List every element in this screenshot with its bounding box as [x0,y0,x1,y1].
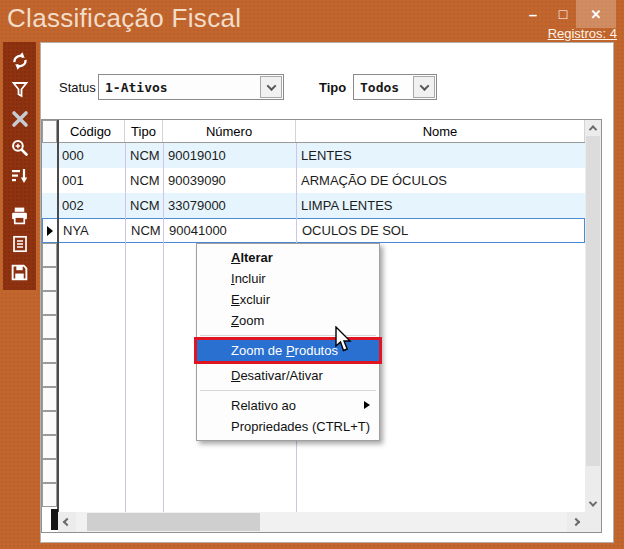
report-button[interactable] [7,233,33,256]
report-icon [11,235,29,253]
titlebar: Classificação Fiscal – □ ✕ Registros: 4 [0,0,624,42]
print-button[interactable] [7,204,33,227]
cell-nome[interactable]: OCULOS DE SOL [297,219,586,242]
chevron-down-icon [589,498,597,506]
menu-item-zoom[interactable]: Zoom [197,310,379,331]
cell-codigo[interactable]: 002 [57,193,125,218]
chevron-down-icon [266,81,276,91]
menu-separator [200,335,376,336]
tipo-combobox-dropdown-button[interactable] [413,76,435,98]
chevron-left-icon [63,518,71,526]
cell-numero[interactable]: 90041000 [164,219,297,242]
zoom-button[interactable] [7,136,33,159]
menu-item-propriedades-ctrl-t[interactable]: Propriedades (CTRL+T) [197,416,379,437]
refresh-button[interactable] [7,50,33,73]
horizontal-scrollbar-thumb[interactable] [87,513,260,531]
cell-nome[interactable]: ARMAÇÃO DE ÓCULOS [296,168,585,193]
app-window: Classificação Fiscal – □ ✕ Registros: 4 … [0,0,624,549]
status-combobox[interactable]: 1-Ativos [98,74,284,100]
empty-row-selector-cell [42,459,57,483]
column-header-código[interactable]: Código [57,120,125,142]
sort-icon [11,167,29,185]
cell-numero[interactable]: 90039090 [163,168,296,193]
selector-header-cell [42,120,57,143]
chevron-down-icon [419,81,429,91]
status-combobox-dropdown-button[interactable] [260,76,282,98]
save-button[interactable] [7,261,33,284]
table-row[interactable]: 001NCM90039090ARMAÇÃO DE ÓCULOS [42,168,585,193]
filter-button[interactable] [7,79,33,102]
empty-row-selector-cell [42,411,57,435]
sort-button[interactable] [7,165,33,188]
cell-tipo[interactable]: NCM [125,193,163,218]
column-gridline [125,143,126,512]
menu-item-excluir[interactable]: Excluir [197,289,379,310]
submenu-arrow-icon [364,401,370,409]
grid-header: CódigoTipoNúmeroNome [42,120,585,143]
minimize-icon: – [529,6,537,23]
menu-item-relativo-ao[interactable]: Relativo ao [197,395,379,416]
cell-codigo[interactable]: 000 [57,143,125,168]
maximize-button[interactable]: □ [548,0,578,28]
vertical-scrollbar[interactable] [585,120,601,512]
zoom-icon [10,138,29,157]
fixed-column-divider [57,120,59,512]
column-gridline [163,143,164,512]
empty-row-selector-cell [42,315,57,339]
cell-tipo[interactable]: NCM [125,168,163,193]
menu-item-desativar-ativar[interactable]: Desativar/Ativar [197,365,379,386]
close-icon: ✕ [591,7,602,22]
cell-nome[interactable]: LENTES [296,143,585,168]
empty-row-selector-cell [42,363,57,387]
column-header-número[interactable]: Número [163,120,296,142]
minimize-button[interactable]: – [518,0,548,28]
horizontal-scrollbar[interactable] [58,512,585,532]
empty-row-selector-cell [42,291,57,315]
scroll-down-button[interactable] [585,496,601,512]
scrollbar-corner [585,512,601,532]
cell-nome[interactable]: LIMPA LENTES [296,193,585,218]
cell-tipo[interactable]: NCM [125,143,163,168]
cell-codigo[interactable]: NYA [58,219,126,242]
menu-separator [200,390,376,391]
empty-row-selector-cell [42,387,57,411]
status-combobox-value: 1-Ativos [99,80,260,95]
status-label: Status [59,80,96,95]
menu-item-zoom-de-produtos[interactable]: Zoom de Produtos [197,340,379,361]
empty-row-selector-cell [42,243,57,267]
cell-tipo[interactable]: NCM [126,219,164,242]
scroll-left-button[interactable] [58,512,76,532]
print-icon [10,206,29,225]
close-button[interactable]: ✕ [576,0,616,28]
menu-item-alterar[interactable]: Alterar [197,247,379,268]
clear-filter-button[interactable] [7,107,33,130]
grid-resize-handle[interactable] [51,509,58,530]
tipo-combobox[interactable]: Todos [353,74,437,100]
column-header-tipo[interactable]: Tipo [125,120,163,142]
scroll-right-button[interactable] [567,512,585,532]
window-title: Classificação Fiscal [7,3,241,34]
cell-codigo[interactable]: 001 [57,168,125,193]
vertical-scrollbar-thumb[interactable] [586,136,600,466]
context-menu: AlterarIncluirExcluirZoomZoom de Produto… [196,243,380,441]
save-icon [10,263,29,282]
refresh-icon [10,51,30,71]
selected-row-marker-icon [47,226,53,236]
table-row[interactable]: 002NCM33079000LIMPA LENTES [42,193,585,218]
empty-row-selector-cell [42,483,57,507]
chevron-right-icon [572,518,580,526]
table-row[interactable]: 000NCM90019010LENTES [42,143,585,168]
cell-numero[interactable]: 90019010 [163,143,296,168]
filter-icon [11,81,29,99]
maximize-icon: □ [559,6,567,22]
table-row[interactable]: NYANCM90041000OCULOS DE SOL [42,218,585,243]
column-header-nome[interactable]: Nome [296,120,585,142]
menu-item-incluir[interactable]: Incluir [197,268,379,289]
cell-numero[interactable]: 33079000 [163,193,296,218]
chevron-up-icon [589,125,597,133]
sidebar-toolbar [3,42,36,290]
tipo-combobox-value: Todos [354,80,413,95]
tipo-label: Tipo [319,80,346,95]
registros-link[interactable]: Registros: 4 [548,26,617,41]
scroll-up-button[interactable] [585,120,601,136]
